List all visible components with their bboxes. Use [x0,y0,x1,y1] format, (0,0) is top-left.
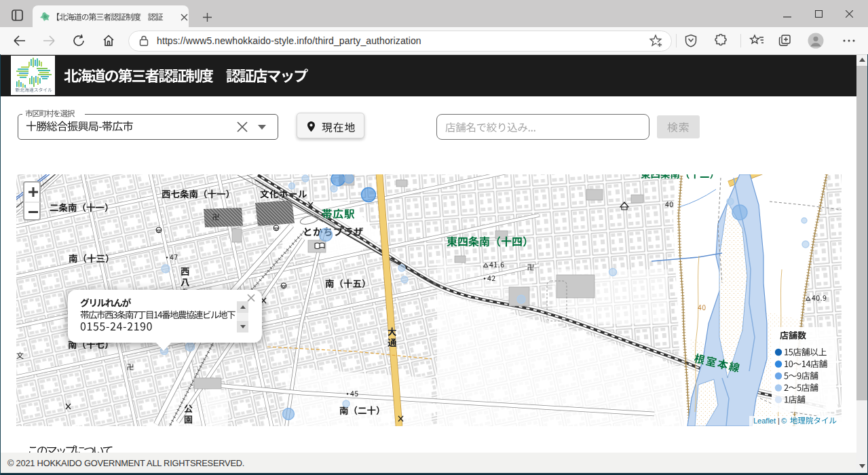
svg-text:|: | [778,417,780,425]
svg-text:©: © [781,417,787,425]
svg-text:Leaflet: Leaflet [753,417,776,425]
